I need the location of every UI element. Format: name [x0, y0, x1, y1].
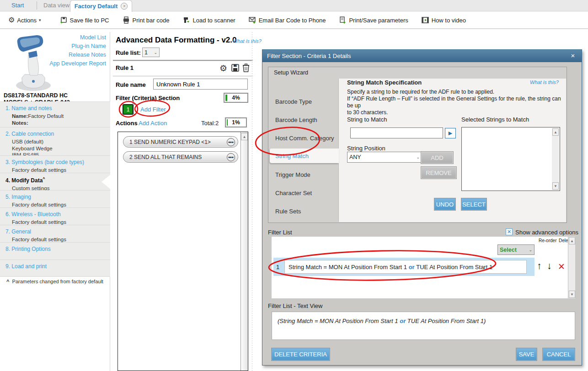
action-list-scrollbar[interactable]: ▲ [241, 132, 248, 371]
section-title[interactable]: 6. Wireless - Bluetooth [0, 208, 110, 219]
filter-row-highlight: 1 String Match = MON At Position From St… [273, 258, 535, 276]
print-bar-code-button[interactable]: Print bar code [122, 16, 170, 24]
select-button[interactable]: SELECT [461, 198, 486, 210]
section-title[interactable]: 3. Symbologies (bar code types) [0, 156, 110, 167]
wizard-item-trigger-mode[interactable]: Trigger Mode [275, 171, 310, 178]
actions-menu-button[interactable]: ⚙ Actions ▾ [8, 16, 41, 24]
filter-criteria-badge[interactable]: 1 [123, 104, 134, 115]
cancel-button[interactable]: CANCEL [543, 348, 575, 360]
string-position-select[interactable]: ANY⌄ [347, 152, 422, 163]
chevron-down-icon: ⌄ [154, 50, 157, 55]
sidebar-item-imaging[interactable]: 5. Imaging Factory default settings [0, 190, 110, 207]
rule-title: Rule 1 [116, 64, 134, 71]
undo-button[interactable]: UNDO [434, 198, 455, 210]
tab-data-view[interactable]: Data view [43, 2, 69, 9]
filter-row-select-dropdown[interactable]: Select⌄ [497, 244, 535, 255]
save-file-to-pc-button[interactable]: Save file to PC [59, 16, 109, 24]
email-barcode-button[interactable]: Email Bar Code to Phone [248, 16, 326, 24]
divider [113, 60, 253, 61]
select-dropdown-value: Select [500, 247, 517, 253]
app-developer-report-link[interactable]: App Developer Report [49, 60, 106, 67]
add-string-button[interactable]: ADD [421, 152, 453, 164]
string-to-match-input[interactable] [350, 127, 443, 138]
rule-list-select[interactable]: 1⌄ [142, 48, 160, 57]
scroll-up-icon[interactable]: ▲ [552, 128, 559, 136]
wizard-item-barcode-type[interactable]: Barcode Type [275, 98, 312, 105]
actions-total: Total:2 [201, 120, 219, 127]
rule-name-input[interactable] [153, 79, 248, 90]
delete-rule-trash-icon[interactable] [242, 63, 250, 72]
active-section-notch [102, 175, 111, 189]
remove-string-button[interactable]: REMOVE [421, 167, 456, 179]
print-barcode-label: Print bar code [133, 17, 170, 24]
sidebar-item-wireless-bluetooth[interactable]: 6. Wireless - Bluetooth Factory default … [0, 207, 110, 225]
add-action-link[interactable]: Add Action [139, 120, 167, 127]
dialog-close-icon[interactable]: × [569, 52, 577, 59]
sidebar-item-general[interactable]: 7. General Factory default settings [0, 225, 110, 242]
selected-strings-listbox[interactable]: ▲ ▼ [461, 127, 560, 191]
filter-row-number: 1 [276, 264, 279, 270]
plug-in-name-link[interactable]: Plug-in Name [71, 43, 106, 49]
sidebar: Model List Plug-in Name Release Notes Ap… [0, 32, 110, 371]
action-list: 1 SEND NUMERIC KEYPAD <1> ••• 2 SEND ALL… [118, 132, 248, 371]
save-rule-icon[interactable] [231, 64, 240, 72]
section-title[interactable]: 5. Imaging [0, 191, 110, 201]
wizard-item-barcode-length[interactable]: Barcode Length [275, 117, 317, 123]
tab-start[interactable]: Start [11, 2, 24, 9]
scroll-down-icon[interactable]: ▼ [552, 182, 559, 190]
tab-factory-default[interactable]: Factory Default × [70, 0, 132, 12]
section-title[interactable]: 8. Printing Options [0, 243, 110, 254]
wizard-item-string-match[interactable]: String Match [275, 153, 309, 159]
filter-row-text[interactable]: String Match = MON At Position From Star… [284, 260, 527, 274]
action-item-2[interactable]: 2 SEND ALL THAT REMAINS ••• [123, 151, 238, 163]
action-options-icon[interactable]: ••• [227, 153, 235, 161]
release-notes-link[interactable]: Release Notes [69, 52, 106, 58]
section-title[interactable]: 4. Modify Data [5, 177, 43, 184]
string-position-value: ANY [349, 154, 361, 160]
scroll-up-icon[interactable]: ▲ [569, 237, 575, 244]
print-save-parameters-button[interactable]: Print/Save parameters [338, 16, 408, 24]
move-up-icon[interactable]: ↑ [537, 260, 542, 271]
setup-wizard-group: Setup Wizard Barcode Type Barcode Length… [268, 67, 567, 223]
filter-criteria-dialog: Filter Section - Criteria 1 Details × Se… [262, 49, 582, 366]
submit-string-button[interactable]: ▶ [445, 128, 456, 138]
sidebar-item-load-and-print[interactable]: 9. Load and print [0, 260, 110, 277]
load-to-scanner-button[interactable]: Load to scanner [182, 16, 235, 24]
how-to-video-button[interactable]: How to video [421, 16, 466, 24]
listbox-scrollbar[interactable]: ▲ ▼ [552, 128, 559, 190]
spec-what-is-this-link[interactable]: What is this? [530, 80, 559, 85]
save-button[interactable]: SAVE [516, 348, 537, 360]
wizard-item-host-comm-category[interactable]: Host Comm. Category [275, 135, 334, 142]
add-filter-link[interactable]: Add Filter [140, 106, 166, 113]
show-advanced-checkbox[interactable]: ✕ [506, 228, 513, 235]
sidebar-item-modify-data[interactable]: 4. Modify Data^ Custom settings [0, 173, 110, 190]
rule-settings-gear-icon[interactable]: ⚙ [219, 63, 227, 74]
play-arrow-icon: ▶ [449, 130, 452, 136]
section-title[interactable]: 1. Name and notes [0, 102, 110, 113]
name-label: Name: [12, 113, 28, 119]
what-is-this-link[interactable]: What is this? [233, 38, 262, 44]
sidebar-item-cable-connection[interactable]: 2. Cable connection USB (default) Keyboa… [0, 127, 110, 155]
dialog-title-bar[interactable]: Filter Section - Criteria 1 Details × [262, 50, 582, 62]
tab-close-icon[interactable]: × [121, 3, 128, 10]
delete-row-icon[interactable]: ✕ [558, 261, 565, 272]
section-title[interactable]: 7. General [0, 225, 110, 236]
model-list-link[interactable]: Model List [80, 34, 106, 41]
filter-list-scrollbar[interactable]: ▲ ▼ [568, 237, 575, 298]
actions-section-label: Actions [116, 120, 138, 127]
scroll-down-icon[interactable]: ▼ [569, 291, 575, 298]
sidebar-item-symbologies[interactable]: 3. Symbologies (bar code types) Factory … [0, 155, 110, 173]
reorder-column-label: Re-order [539, 238, 556, 243]
divider [113, 76, 253, 76]
section-title[interactable]: 2. Cable connection [0, 127, 110, 138]
sidebar-item-name-and-notes[interactable]: 1. Name and notes Name:Factory Default N… [0, 101, 110, 127]
wizard-item-rule-sets[interactable]: Rule Sets [275, 208, 301, 215]
delete-criteria-button[interactable]: DELETE CRITERIA [272, 348, 330, 360]
move-down-icon[interactable]: ↓ [547, 260, 552, 271]
action-item-1[interactable]: 1 SEND NUMERIC KEYPAD <1> ••• [123, 136, 238, 148]
action-options-icon[interactable]: ••• [227, 138, 235, 146]
wizard-item-character-set[interactable]: Character Set [275, 190, 312, 196]
scroll-up-icon[interactable]: ▲ [241, 133, 248, 140]
sidebar-item-printing-options[interactable]: 8. Printing Options [0, 242, 110, 260]
section-title[interactable]: 9. Load and print [0, 260, 110, 271]
